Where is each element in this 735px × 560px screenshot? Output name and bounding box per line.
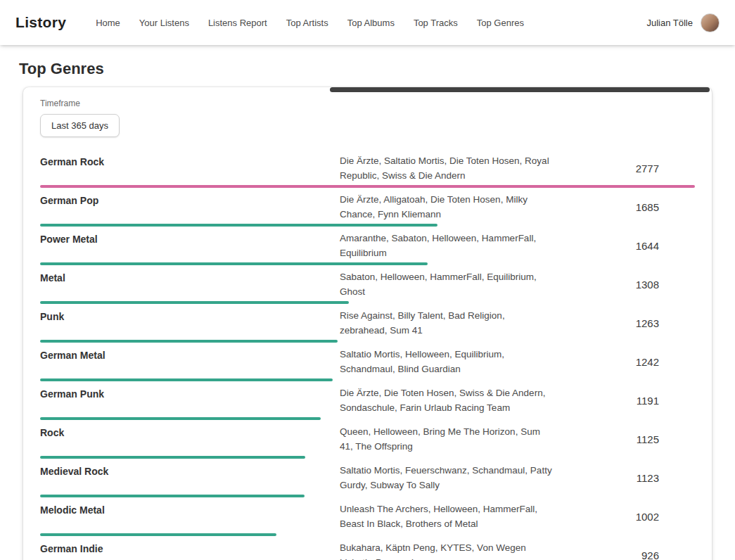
genre-artists: Unleash The Archers, Helloween, HammerFa… — [340, 502, 552, 531]
genre-count: 1242 — [552, 356, 695, 368]
nav-item-top-albums[interactable]: Top Albums — [347, 18, 395, 28]
genre-row: Rock Queen, Helloween, Bring Me The Hori… — [40, 422, 695, 461]
page-title: Top Genres — [19, 60, 735, 78]
genre-name: German Metal — [40, 347, 340, 376]
genre-row: German Punk Die Ärzte, Die Toten Hosen, … — [40, 383, 695, 422]
genre-count: 1685 — [552, 201, 695, 213]
top-genres-card: Timeframe Last 365 days German Rock Die … — [23, 87, 712, 560]
user-area: Julian Tölle — [646, 13, 720, 32]
timeframe-select[interactable]: Last 365 days — [40, 114, 120, 137]
genre-artists: Bukahara, Käptn Peng, KYTES, Von Wegen L… — [340, 540, 552, 560]
nav-item-listens-report[interactable]: Listens Report — [208, 18, 267, 28]
genre-row: Metal Sabaton, Helloween, HammerFall, Eq… — [40, 267, 695, 306]
genre-count: 926 — [552, 549, 695, 560]
genre-artists: Saltatio Mortis, Helloween, Equilibrium,… — [340, 347, 552, 376]
genre-count: 1123 — [552, 472, 695, 484]
genre-count: 1002 — [552, 511, 695, 523]
genre-count: 2777 — [552, 163, 695, 174]
genre-artists: Queen, Helloween, Bring Me The Horizon, … — [340, 424, 552, 454]
genre-row: German Indie Bukahara, Käptn Peng, KYTES… — [40, 538, 695, 560]
genre-name: German Pop — [40, 192, 340, 222]
genre-count: 1191 — [552, 395, 695, 407]
genre-row: Power Metal Amaranthe, Sabaton, Hellowee… — [40, 229, 695, 267]
genre-name: German Indie — [40, 540, 340, 560]
genre-artists: Sabaton, Helloween, HammerFall, Equilibr… — [340, 269, 552, 299]
genre-bar — [40, 262, 428, 265]
genre-bar — [40, 340, 338, 343]
genre-bar — [40, 301, 349, 304]
genre-row: Medieval Rock Saltatio Mortis, Feuerschw… — [40, 461, 695, 499]
genre-artists: Rise Against, Billy Talent, Bad Religion… — [340, 308, 552, 338]
genre-bar — [40, 378, 333, 381]
genre-name: Rock — [40, 424, 340, 454]
genre-name: Power Metal — [40, 231, 340, 260]
nav-item-top-artists[interactable]: Top Artists — [286, 18, 328, 28]
nav-item-your-listens[interactable]: Your Listens — [139, 18, 189, 28]
genre-row: German Pop Die Ärzte, Alligatoah, Die To… — [40, 190, 695, 229]
genre-artists: Amaranthe, Sabaton, Helloween, HammerFal… — [340, 231, 552, 260]
genre-row: German Rock Die Ärzte, Saltatio Mortis, … — [40, 151, 695, 190]
genre-row: Punk Rise Against, Billy Talent, Bad Rel… — [40, 306, 695, 345]
genre-row: Melodic Metal Unleash The Archers, Hello… — [40, 499, 695, 538]
genre-count: 1308 — [552, 279, 695, 291]
genre-count: 1125 — [552, 433, 695, 445]
genre-artists: Die Ärzte, Alligatoah, Die Toten Hosen, … — [340, 192, 552, 222]
genre-name: Melodic Metal — [40, 502, 340, 531]
genre-name: German Punk — [40, 386, 340, 415]
timeframe-label: Timeframe — [40, 98, 695, 108]
nav-item-top-genres[interactable]: Top Genres — [477, 18, 524, 28]
genre-artists: Saltatio Mortis, Feuerschwanz, Schandmau… — [340, 463, 552, 492]
main-nav: Home Your Listens Listens Report Top Art… — [96, 18, 524, 28]
genre-name: Medieval Rock — [40, 463, 340, 492]
genre-name: Metal — [40, 269, 340, 299]
genre-bar — [40, 417, 321, 420]
genre-bar — [40, 456, 305, 459]
genre-bar — [40, 185, 695, 188]
genre-artists: Die Ärzte, Die Toten Hosen, Swiss & Die … — [340, 386, 552, 415]
genre-row: German Metal Saltatio Mortis, Helloween,… — [40, 345, 695, 383]
genre-count: 1644 — [552, 240, 695, 252]
nav-item-home[interactable]: Home — [96, 18, 120, 28]
genre-name: German Rock — [40, 153, 340, 183]
genre-artists: Die Ärzte, Saltatio Mortis, Die Toten Ho… — [340, 153, 552, 183]
user-name[interactable]: Julian Tölle — [646, 18, 693, 28]
genre-count: 1263 — [552, 317, 695, 329]
horizontal-scrollbar-thumb[interactable] — [330, 87, 710, 92]
top-navbar: Listory Home Your Listens Listens Report… — [0, 0, 735, 45]
genre-table: German Rock Die Ärzte, Saltatio Mortis, … — [40, 151, 695, 560]
user-avatar[interactable] — [701, 13, 720, 32]
genre-bar — [40, 495, 305, 497]
nav-item-top-tracks[interactable]: Top Tracks — [414, 18, 458, 28]
genre-name: Punk — [40, 308, 340, 338]
genre-bar — [40, 533, 276, 536]
app-logo[interactable]: Listory — [15, 14, 66, 31]
genre-bar — [40, 224, 437, 227]
